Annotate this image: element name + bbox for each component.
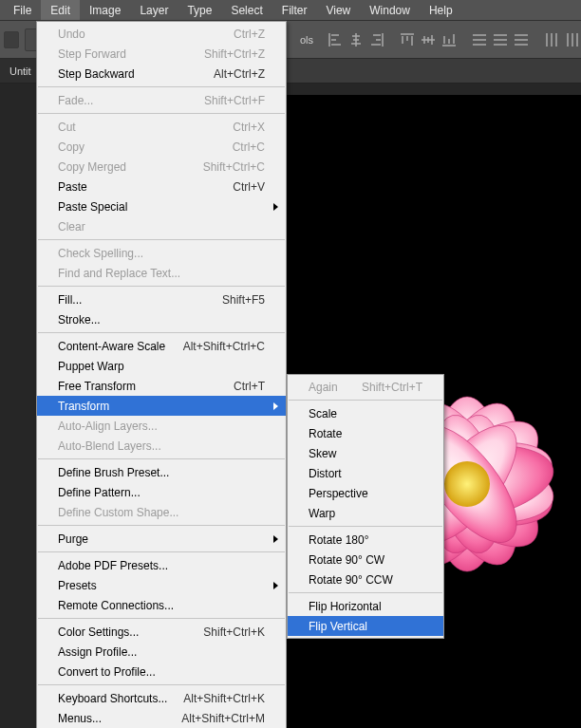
distribute-hcenters-icon[interactable] <box>564 31 581 48</box>
menu-paste-special[interactable]: Paste Special <box>37 196 286 216</box>
menu-menus[interactable]: Menus...Alt+Shift+Ctrl+M <box>37 708 286 728</box>
menu-define-pattern[interactable]: Define Pattern... <box>37 482 286 502</box>
menu-define-shape[interactable]: Define Custom Shape... <box>37 502 286 522</box>
menu-define-brush[interactable]: Define Brush Preset... <box>37 462 286 482</box>
svg-point-13 <box>444 461 490 507</box>
transform-submenu: AgainShift+Ctrl+T Scale Rotate Skew Dist… <box>287 374 444 639</box>
menu-separator <box>38 239 285 240</box>
menu-check-spelling[interactable]: Check Spelling... <box>37 243 286 263</box>
menu-separator <box>38 684 285 685</box>
menu-remote-connections[interactable]: Remote Connections... <box>37 595 286 615</box>
align-horizontal-centers-icon[interactable] <box>347 31 365 48</box>
menu-transform[interactable]: Transform <box>37 396 286 416</box>
menu-color-settings[interactable]: Color Settings...Shift+Ctrl+K <box>37 622 286 642</box>
menu-separator <box>38 286 285 287</box>
menu-filter[interactable]: Filter <box>272 0 317 20</box>
menu-rotate-90-cw[interactable]: Rotate 90° CW <box>288 550 443 569</box>
submenu-arrow-icon <box>273 535 278 543</box>
menu-adobe-pdf-presets[interactable]: Adobe PDF Presets... <box>37 555 286 575</box>
menu-purge[interactable]: Purge <box>37 529 286 549</box>
distribute-left-icon[interactable] <box>543 31 560 48</box>
menu-transform-rotate[interactable]: Rotate <box>288 423 443 443</box>
menu-edit[interactable]: Edit <box>41 0 80 20</box>
menu-image[interactable]: Image <box>80 0 130 20</box>
menu-separator <box>38 86 285 87</box>
menu-view[interactable]: View <box>316 0 360 20</box>
menu-assign-profile[interactable]: Assign Profile... <box>37 642 286 662</box>
menu-separator <box>38 458 285 459</box>
menu-free-transform[interactable]: Free TransformCtrl+T <box>37 376 286 396</box>
distribute-bottom-icon[interactable] <box>513 31 530 48</box>
menu-transform-skew[interactable]: Skew <box>288 443 443 463</box>
menu-convert-profile[interactable]: Convert to Profile... <box>37 662 286 681</box>
menu-separator <box>38 113 285 114</box>
menu-content-aware-scale[interactable]: Content-Aware ScaleAlt+Shift+Ctrl+C <box>37 336 286 356</box>
menu-layer[interactable]: Layer <box>130 0 178 20</box>
menu-step-forward[interactable]: Step ForwardShift+Ctrl+Z <box>37 44 286 64</box>
submenu-arrow-icon <box>273 203 278 211</box>
menu-rotate-180[interactable]: Rotate 180° <box>288 530 443 550</box>
menu-file[interactable]: File <box>4 0 41 20</box>
align-top-edges-icon[interactable] <box>399 31 416 48</box>
menu-type[interactable]: Type <box>178 0 221 20</box>
menu-fill[interactable]: Fill...Shift+F5 <box>37 289 286 309</box>
menu-clear[interactable]: Clear <box>37 216 286 236</box>
menu-step-backward[interactable]: Step BackwardAlt+Ctrl+Z <box>37 64 286 84</box>
menu-transform-warp[interactable]: Warp <box>288 503 443 523</box>
toolbar-label-fragment: ols <box>300 34 313 46</box>
menu-transform-distort[interactable]: Distort <box>288 463 443 483</box>
menu-keyboard-shortcuts[interactable]: Keyboard Shortcuts...Alt+Shift+Ctrl+K <box>37 688 286 708</box>
menu-find-replace[interactable]: Find and Replace Text... <box>37 263 286 283</box>
menu-separator <box>289 526 442 527</box>
menu-auto-blend[interactable]: Auto-Blend Layers... <box>37 436 286 456</box>
align-vertical-centers-icon[interactable] <box>420 31 437 48</box>
menu-separator <box>38 618 285 619</box>
edit-menu-dropdown: UndoCtrl+Z Step ForwardShift+Ctrl+Z Step… <box>36 21 287 728</box>
align-bottom-edges-icon[interactable] <box>440 31 458 48</box>
menu-flip-vertical[interactable]: Flip Vertical <box>288 616 443 636</box>
menubar: File Edit Image Layer Type Select Filter… <box>0 0 581 21</box>
menu-select[interactable]: Select <box>221 0 272 20</box>
menu-help[interactable]: Help <box>420 0 462 20</box>
menu-transform-perspective[interactable]: Perspective <box>288 483 443 503</box>
menu-separator <box>38 525 285 526</box>
tool-preset-picker[interactable] <box>4 31 19 48</box>
menu-transform-again[interactable]: AgainShift+Ctrl+T <box>288 377 443 397</box>
submenu-arrow-icon <box>273 582 278 589</box>
menu-separator <box>289 400 442 401</box>
submenu-arrow-icon <box>273 402 278 410</box>
menu-auto-align[interactable]: Auto-Align Layers... <box>37 416 286 436</box>
menu-paste[interactable]: PasteCtrl+V <box>37 177 286 196</box>
menu-separator <box>38 551 285 552</box>
menu-copy-merged[interactable]: Copy MergedShift+Ctrl+C <box>37 157 286 177</box>
menu-window[interactable]: Window <box>360 0 420 20</box>
menu-cut[interactable]: CutCtrl+X <box>37 117 286 137</box>
menu-copy[interactable]: CopyCtrl+C <box>37 137 286 157</box>
menu-presets[interactable]: Presets <box>37 575 286 595</box>
menu-separator <box>289 592 442 593</box>
menu-transform-scale[interactable]: Scale <box>288 403 443 423</box>
menu-flip-horizontal[interactable]: Flip Horizontal <box>288 596 443 616</box>
menu-fade[interactable]: Fade...Shift+Ctrl+F <box>37 90 286 110</box>
menu-separator <box>38 332 285 333</box>
menu-stroke[interactable]: Stroke... <box>37 309 286 329</box>
menu-puppet-warp[interactable]: Puppet Warp <box>37 356 286 376</box>
distribute-vcenters-icon[interactable] <box>492 31 509 48</box>
menu-rotate-90-ccw[interactable]: Rotate 90° CCW <box>288 569 443 589</box>
menu-undo[interactable]: UndoCtrl+Z <box>37 24 286 44</box>
align-left-edges-icon[interactable] <box>327 31 344 48</box>
align-right-edges-icon[interactable] <box>368 31 385 48</box>
distribute-top-icon[interactable] <box>471 31 488 48</box>
